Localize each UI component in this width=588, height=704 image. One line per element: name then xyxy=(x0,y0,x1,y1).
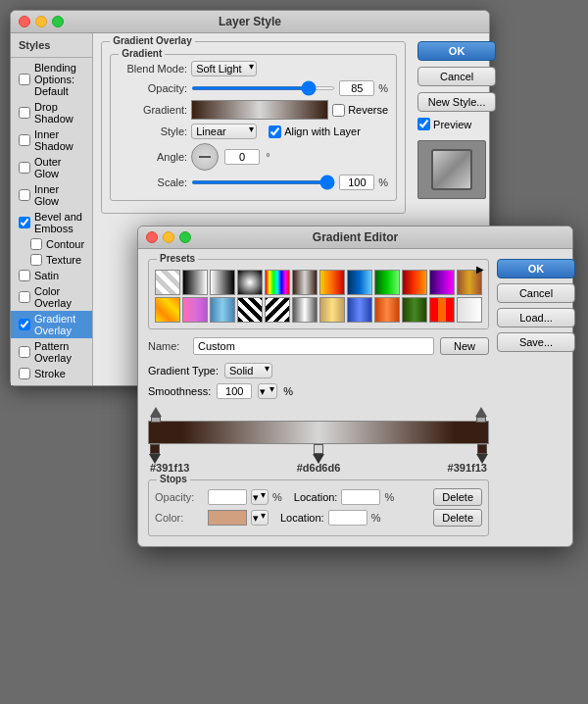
ge-load-button[interactable]: Load... xyxy=(497,308,575,327)
preset-18[interactable] xyxy=(292,297,318,323)
preset-14[interactable] xyxy=(182,297,208,323)
preset-17[interactable] xyxy=(265,297,290,323)
style-item-gradient-overlay[interactable]: Gradient Overlay xyxy=(11,311,92,338)
color-location-label: Location: xyxy=(280,512,324,524)
pattern-overlay-checkbox[interactable] xyxy=(19,346,30,358)
style-item-pattern-overlay[interactable]: Pattern Overlay xyxy=(11,338,92,366)
drop-shadow-checkbox[interactable] xyxy=(19,107,30,119)
preview-checkbox[interactable] xyxy=(417,118,430,130)
preset-4[interactable] xyxy=(237,270,263,295)
style-item-blending[interactable]: Blending Options: Default xyxy=(11,60,92,99)
ge-close-button[interactable] xyxy=(146,231,158,243)
minimize-button[interactable] xyxy=(35,16,47,27)
maximize-button[interactable] xyxy=(52,16,64,27)
preset-13[interactable] xyxy=(155,297,180,323)
reverse-label[interactable]: Reverse xyxy=(332,104,388,117)
smoothness-select[interactable]: ▾ xyxy=(258,383,277,399)
satin-checkbox[interactable] xyxy=(19,270,30,281)
opacity-location-input[interactable] xyxy=(341,489,380,505)
traffic-lights xyxy=(19,16,64,27)
style-item-color-overlay[interactable]: Color Overlay xyxy=(11,283,92,311)
preset-19[interactable] xyxy=(319,297,345,323)
style-item-inner-glow[interactable]: Inner Glow xyxy=(11,181,92,209)
preset-9[interactable] xyxy=(374,270,400,295)
opacity-stop-input[interactable] xyxy=(208,489,247,505)
style-item-contour[interactable]: Contour xyxy=(11,236,92,252)
color-handle-left[interactable] xyxy=(148,444,162,464)
color-location-unit: % xyxy=(371,512,381,524)
style-item-texture[interactable]: Texture xyxy=(11,252,92,268)
gradient-preview[interactable] xyxy=(191,100,328,120)
style-item-drop-shadow[interactable]: Drop Shadow xyxy=(11,99,92,126)
style-item-outer-glow[interactable]: Outer Glow xyxy=(11,154,92,181)
blend-mode-select[interactable]: Soft Light Normal Multiply Screen xyxy=(191,61,257,76)
texture-checkbox[interactable] xyxy=(30,254,42,266)
style-item-stroke[interactable]: Stroke xyxy=(11,366,92,381)
stroke-checkbox[interactable] xyxy=(19,368,30,379)
contour-checkbox[interactable] xyxy=(30,238,42,250)
preset-1[interactable] xyxy=(155,270,180,295)
opacity-input[interactable] xyxy=(339,80,374,96)
gradient-type-select[interactable]: Solid Noise xyxy=(224,363,272,378)
preset-3[interactable] xyxy=(210,270,235,295)
angle-input[interactable] xyxy=(224,149,260,165)
preset-2[interactable] xyxy=(182,270,208,295)
color-stop-select[interactable]: ▾ xyxy=(251,510,269,526)
scale-input[interactable] xyxy=(339,175,374,190)
gradient-bar[interactable] xyxy=(148,421,489,444)
preset-24[interactable] xyxy=(457,297,482,323)
smoothness-input[interactable] xyxy=(217,383,252,399)
preview-label[interactable]: Preview xyxy=(417,118,496,130)
preset-15[interactable] xyxy=(210,297,235,323)
name-input[interactable] xyxy=(193,337,434,355)
preset-11[interactable] xyxy=(429,270,455,295)
style-item-bevel[interactable]: Bevel and Emboss xyxy=(11,209,92,236)
blending-checkbox[interactable] xyxy=(19,74,30,85)
gradient-overlay-checkbox[interactable] xyxy=(19,319,30,330)
preset-16[interactable] xyxy=(237,297,263,323)
preset-10[interactable] xyxy=(402,270,427,295)
ok-button[interactable]: OK xyxy=(417,41,496,61)
opacity-slider[interactable] xyxy=(191,86,335,90)
preset-22[interactable] xyxy=(402,297,427,323)
color-stop-swatch[interactable] xyxy=(208,510,247,526)
ge-maximize-button[interactable] xyxy=(179,231,191,243)
inner-shadow-checkbox[interactable] xyxy=(19,134,30,146)
align-layer-label[interactable]: Align with Layer xyxy=(269,126,361,138)
angle-dial[interactable] xyxy=(191,143,219,171)
inner-glow-checkbox[interactable] xyxy=(19,189,30,201)
color-location-input[interactable] xyxy=(328,510,368,526)
preset-7[interactable] xyxy=(319,270,345,295)
cancel-button[interactable]: Cancel xyxy=(417,67,496,86)
color-overlay-checkbox[interactable] xyxy=(19,291,30,303)
preset-8[interactable] xyxy=(347,270,372,295)
outer-glow-checkbox[interactable] xyxy=(19,162,30,174)
close-button[interactable] xyxy=(19,16,30,27)
reverse-checkbox[interactable] xyxy=(332,104,345,117)
preset-6[interactable] xyxy=(292,270,318,295)
presets-scroll-icon[interactable]: ▶ xyxy=(476,264,484,275)
preset-5[interactable] xyxy=(265,270,290,295)
opacity-handle-left[interactable] xyxy=(150,407,162,423)
ge-minimize-button[interactable] xyxy=(163,231,174,243)
style-item-inner-shadow[interactable]: Inner Shadow xyxy=(11,126,92,154)
bevel-checkbox[interactable] xyxy=(19,217,30,228)
preset-23[interactable] xyxy=(429,297,455,323)
style-item-satin[interactable]: Satin xyxy=(11,268,92,283)
new-style-button[interactable]: New Style... xyxy=(417,92,496,112)
opacity-handle-right[interactable] xyxy=(475,407,487,423)
style-select[interactable]: Linear Radial Angle Reflected Diamond xyxy=(191,124,257,139)
ge-save-button[interactable]: Save... xyxy=(497,332,575,352)
delete-opacity-button[interactable]: Delete xyxy=(433,488,482,506)
color-handle-right[interactable] xyxy=(475,444,489,464)
new-gradient-button[interactable]: New xyxy=(440,337,489,355)
ge-cancel-button[interactable]: Cancel xyxy=(497,283,575,303)
color-handle-center[interactable] xyxy=(312,444,325,464)
opacity-stop-select[interactable]: ▾ xyxy=(251,489,269,505)
delete-color-button[interactable]: Delete xyxy=(433,509,482,527)
preset-21[interactable] xyxy=(374,297,400,323)
scale-slider[interactable] xyxy=(191,180,335,184)
ge-ok-button[interactable]: OK xyxy=(497,259,575,278)
preset-20[interactable] xyxy=(347,297,372,323)
align-checkbox[interactable] xyxy=(269,126,281,138)
